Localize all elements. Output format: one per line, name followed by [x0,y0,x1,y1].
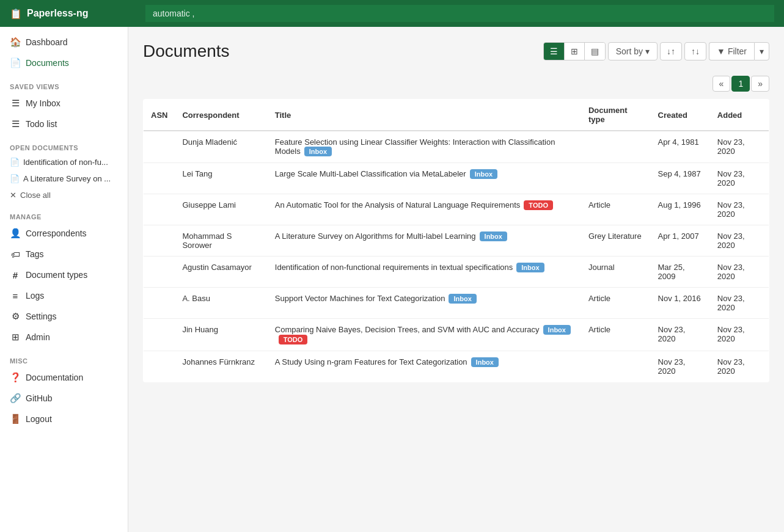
table-row[interactable]: Agustin CasamayorIdentification of non-f… [144,257,769,288]
sidebar-item-logs[interactable]: ≡ Logs [0,285,128,306]
cell-document-type: Journal [581,257,651,288]
saved-views-label: SAVED VIEWS [0,73,128,93]
cell-created: Nov 23, 2020 [651,351,710,382]
sort-asc-button[interactable]: ↓↑ [660,42,682,60]
sidebar-item-documentation[interactable]: ❓ Documentation [0,367,128,388]
filter-button[interactable]: ▼ Filter [709,42,754,60]
sidebar-item-label: Logs [26,291,44,301]
manage-label: MANAGE [0,203,128,223]
cell-correspondent: A. Basu [175,288,267,319]
table-row[interactable]: Mohammad S SorowerA Literature Survey on… [144,225,769,257]
col-title: Title [268,100,581,131]
link-icon: 🔗 [10,393,21,404]
cell-asn [144,257,175,288]
sidebar-item-label: Tags [26,249,44,259]
sidebar-item-dashboard[interactable]: 🏠 Dashboard [0,32,128,53]
cell-correspondent: Giuseppe Lami [175,194,267,225]
cell-document-type [581,351,651,382]
tags-icon: 🏷 [10,249,21,260]
documents-icon: 📄 [10,57,21,68]
cell-added: Nov 23, 2020 [710,225,769,257]
logo-icon: 📋 [10,8,22,20]
sidebar-item-label: GitHub [26,393,53,403]
cell-added: Nov 23, 2020 [710,288,769,319]
document-types-icon: # [10,269,21,280]
sidebar-item-settings[interactable]: ⚙ Settings [0,306,128,327]
open-doc-label: A Literature Survey on ... [23,174,111,183]
grid-view-icon: ⊞ [571,46,578,56]
cell-correspondent: Agustin Casamayor [175,257,267,288]
cell-asn [144,131,175,163]
chevron-down-icon: ▾ [760,46,764,56]
cell-asn [144,163,175,194]
filter-dropdown-button[interactable]: ▾ [754,42,769,60]
logs-icon: ≡ [10,290,21,301]
table-row[interactable]: Giuseppe LamiAn Automatic Tool for the A… [144,194,769,225]
table-row[interactable]: Jin HuangComparing Naive Bayes, Decision… [144,319,769,351]
list-view-button[interactable]: ☰ [544,43,565,60]
cell-asn [144,351,175,382]
sort-desc-icon: ↑↓ [691,46,700,56]
sidebar-item-github[interactable]: 🔗 GitHub [0,388,128,409]
table-row[interactable]: Dunja MladenićFeature Selection using Li… [144,131,769,163]
cell-asn [144,194,175,225]
sidebar-item-my-inbox[interactable]: ☰ My Inbox [0,93,128,114]
document-title: Comparing Naive Bayes, Decision Trees, a… [275,325,540,334]
sidebar-item-label: Documents [26,58,69,68]
cell-title: Support Vector Machines for Text Categor… [268,288,581,319]
misc-label: MISC [0,348,128,367]
table-row[interactable]: A. BasuSupport Vector Machines for Text … [144,288,769,319]
sidebar-item-label: Documentation [26,373,83,382]
sidebar-item-label: Document types [26,270,87,280]
open-doc-2[interactable]: 📄 A Literature Survey on ... [0,170,128,187]
search-input[interactable] [145,5,774,22]
sidebar-item-admin[interactable]: ⊞ Admin [0,327,128,348]
cell-document-type: Article [581,319,651,351]
cell-correspondent: Jin Huang [175,319,267,351]
prev-page-button[interactable]: « [713,76,731,92]
document-title: Large Scale Multi-Label Classification v… [275,169,466,178]
next-page-button[interactable]: » [751,76,769,92]
tag-badge: Inbox [516,263,544,272]
tag-badge: TODO [524,200,553,210]
sidebar-item-document-types[interactable]: # Document types [0,264,128,285]
sidebar-item-label: Dashboard [26,37,68,47]
cell-added: Nov 23, 2020 [710,131,769,163]
cell-correspondent: Mohammad S Sorower [175,225,267,257]
pagination-controls: « 1 » [713,76,769,92]
grid-view-button[interactable]: ⊞ [565,43,585,60]
open-doc-1[interactable]: 📄 Identification of non-fu... [0,154,128,170]
document-title: An Automatic Tool for the Analysis of Na… [275,200,521,210]
cell-title: Identification of non-functional require… [268,257,581,288]
close-all-button[interactable]: ✕ Close all [0,187,128,203]
sidebar: 🏠 Dashboard 📄 Documents SAVED VIEWS ☰ My… [0,27,128,532]
tag-badge: Inbox [543,325,571,335]
sort-button[interactable]: Sort by ▾ [608,42,658,60]
cell-added: Nov 23, 2020 [710,319,769,351]
cell-document-type: Grey Literature [581,225,651,257]
tag-badge: TODO [279,335,308,344]
current-page-button[interactable]: 1 [731,76,750,92]
sidebar-item-todo-list[interactable]: ☰ Todo list [0,114,128,134]
sidebar-item-logout[interactable]: 🚪 Logout [0,409,128,429]
table-header-row: ASN Correspondent Title Document type Cr… [144,100,769,131]
table-row[interactable]: Johannes FürnkranzA Study Using n-gram F… [144,351,769,382]
cell-created: Nov 23, 2020 [651,319,710,351]
table-row[interactable]: Lei TangLarge Scale Multi-Label Classifi… [144,163,769,194]
cell-title: An Automatic Tool for the Analysis of Na… [268,194,581,225]
list-view-icon: ☰ [550,46,558,56]
detail-view-button[interactable]: ▤ [585,43,605,60]
cell-correspondent: Johannes Fürnkranz [175,351,267,382]
cell-created: Aug 1, 1996 [651,194,710,225]
pagination-top: « 1 » [143,76,769,92]
sort-asc-icon: ↓↑ [667,46,675,56]
sidebar-item-correspondents[interactable]: 👤 Correspondents [0,223,128,244]
sidebar-item-documents[interactable]: 📄 Documents [0,53,128,73]
dashboard-icon: 🏠 [10,37,21,48]
cell-title: Large Scale Multi-Label Classification v… [268,163,581,194]
filter-icon: ☰ [10,118,21,129]
close-icon: ✕ [10,191,16,200]
sidebar-item-tags[interactable]: 🏷 Tags [0,244,128,264]
sort-desc-button[interactable]: ↑↓ [684,42,706,60]
cell-title: A Study Using n-gram Features for Text C… [268,351,581,382]
